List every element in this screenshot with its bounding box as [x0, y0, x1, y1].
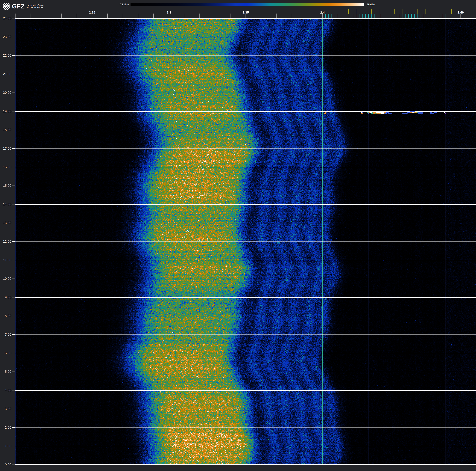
- hour-gridline-dash: [12, 241, 15, 242]
- colorbar-min-label: -75 dBm: [119, 3, 129, 6]
- ble-channel-tick: [402, 14, 402, 18]
- time-axis-label: 16:00: [0, 165, 11, 169]
- freq-tick: [31, 14, 31, 18]
- time-axis-label: 19:00: [0, 109, 11, 113]
- time-axis-label: 4:00: [0, 388, 11, 392]
- colorbar-max-label: -55 dBm: [366, 3, 375, 6]
- freq-tick: [307, 14, 307, 18]
- ble-channel-tick: [442, 14, 442, 18]
- hour-gridline-dash: [12, 409, 15, 409]
- hour-gridline-dash: [12, 260, 15, 260]
- ble-channel-tick: [344, 14, 344, 18]
- ble-channel-tick: [365, 14, 366, 18]
- freq-tick: [61, 14, 62, 18]
- time-axis-label: 20:00: [0, 91, 11, 95]
- ble-channel-tick: [350, 14, 350, 18]
- ble-channel-tick: [384, 14, 384, 18]
- time-axis-label: 3:00: [0, 407, 11, 411]
- hour-gridline-dash: [12, 111, 15, 111]
- ble-channel-tick: [325, 14, 326, 18]
- freq-axis-label: 2.25: [89, 11, 95, 13]
- freq-tick: [261, 14, 261, 18]
- colorbar: [131, 3, 364, 6]
- footer-bar: https://doi.org/10.5880/GFZ.1.2.2024.003…: [0, 465, 476, 471]
- logo-wordmark: GFZ: [12, 2, 25, 10]
- hour-gridline-dash: [12, 279, 15, 279]
- wifi-channel-tick: [387, 9, 387, 14]
- time-axis-label: 13:00: [0, 221, 11, 225]
- freq-tick: [200, 14, 200, 18]
- wifi-channel-tick: [394, 9, 395, 14]
- freq-axis-label: 2.49: [458, 11, 464, 13]
- ble-channel-tick: [439, 14, 439, 18]
- wifi-channel-tick: [418, 9, 418, 14]
- ble-channel-tick: [381, 14, 381, 18]
- ble-channel-tick: [359, 14, 359, 18]
- freq-tick: [46, 14, 46, 18]
- ble-channel-tick: [368, 14, 369, 18]
- freq-tick: [322, 14, 323, 18]
- ble-channel-tick: [411, 14, 412, 18]
- ble-channel-tick: [424, 14, 424, 18]
- freq-axis-label: 2.4: [320, 11, 324, 13]
- ble-channel-tick: [338, 14, 338, 18]
- logo-subtitle-line2: for Geosciences: [27, 6, 44, 8]
- spectrogram-canvas: [15, 18, 476, 465]
- time-axis-label: 15:00: [0, 184, 11, 188]
- wifi-channel-tick: [341, 9, 341, 14]
- ble-channel-tick: [341, 14, 341, 18]
- hour-gridline-dash: [12, 446, 15, 446]
- wifi-channel-tick: [356, 9, 357, 14]
- time-axis-label: 18:00: [0, 128, 11, 132]
- hour-gridline-dash: [12, 167, 15, 167]
- ble-channel-tick: [353, 14, 353, 18]
- freq-tick: [153, 14, 154, 18]
- ble-channel-tick: [418, 14, 418, 18]
- ble-channel-tick: [347, 14, 347, 18]
- time-axis-label: 7:00: [0, 332, 11, 337]
- time-axis-label: 12:00: [0, 239, 11, 243]
- hour-gridline-dash: [12, 204, 15, 204]
- ble-channel-tick: [328, 14, 329, 18]
- wifi-channel-tick: [379, 9, 379, 14]
- time-axis-label: 1:00: [0, 444, 11, 448]
- wifi-channel-tick: [364, 9, 364, 14]
- freq-axis-label: 2.35: [243, 11, 249, 13]
- time-axis-label: 23:00: [0, 35, 11, 39]
- hour-gridline-dash: [12, 390, 15, 390]
- gfz-logo: GFZ Helmholtz Centre for Geosciences: [2, 2, 44, 10]
- hour-gridline-dash: [12, 92, 15, 93]
- wifi-channel-tick: [451, 9, 452, 14]
- hour-gridline-dash: [12, 427, 15, 428]
- ble-channel-tick: [378, 14, 378, 18]
- ble-channel-tick: [427, 14, 427, 18]
- hour-gridline-dash: [12, 334, 15, 335]
- hour-gridline-dash: [12, 316, 15, 316]
- hour-gridline-dash: [12, 372, 15, 372]
- ble-channel-tick: [430, 14, 430, 18]
- wifi-channel-tick: [433, 9, 433, 14]
- time-axis-label: 2:00: [0, 425, 11, 430]
- ble-channel-tick: [362, 14, 362, 18]
- freq-tick: [246, 14, 246, 18]
- time-axis-label: 10:00: [0, 277, 11, 281]
- hour-gridline-dash: [12, 18, 15, 18]
- wifi-channel-tick: [372, 9, 372, 14]
- ble-channel-tick: [436, 14, 436, 18]
- bottom-axis-line: [12, 465, 476, 465]
- ble-channel-tick: [433, 14, 433, 18]
- freq-tick: [138, 14, 138, 18]
- freq-tick: [184, 14, 184, 18]
- wifi-channel-tick: [425, 9, 425, 14]
- freq-tick: [215, 14, 215, 18]
- hour-gridline-dash: [12, 74, 15, 74]
- freq-tick: [92, 14, 92, 18]
- spectrogram-page: GFZ Helmholtz Centre for Geosciences -75…: [0, 0, 476, 471]
- time-axis-label: 14:00: [0, 202, 11, 206]
- time-axis-label: 24:00: [0, 16, 11, 20]
- ble-channel-tick: [387, 14, 387, 18]
- freq-axis-label: 2.3: [167, 11, 171, 13]
- time-axis-label: 21:00: [0, 72, 11, 76]
- ble-channel-tick: [405, 14, 406, 18]
- freq-tick: [169, 14, 169, 18]
